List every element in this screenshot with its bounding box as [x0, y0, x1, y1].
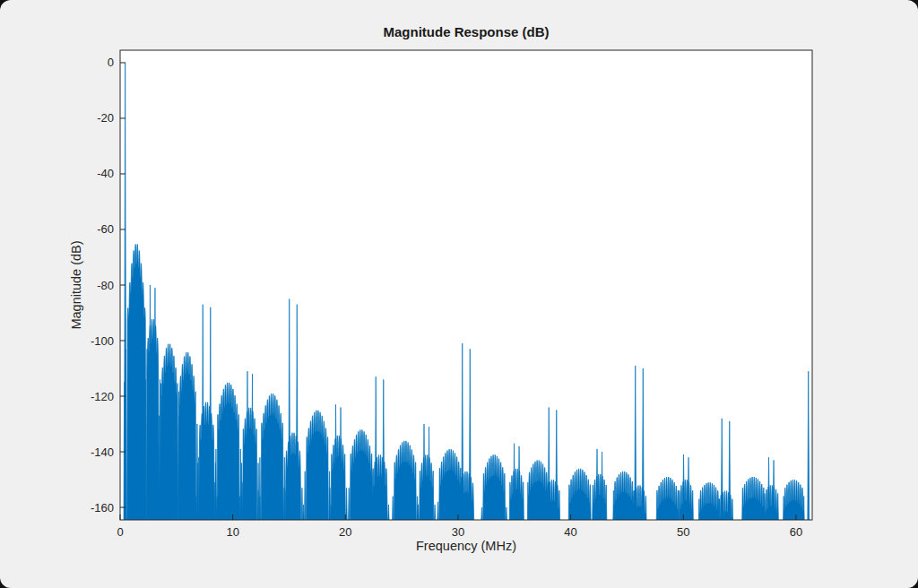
y-tick-label: -140: [91, 445, 114, 459]
magnitude-response-plot: 01020304050600-20-40-60-80-100-120-140-1…: [0, 0, 918, 588]
x-tick-label: 10: [226, 525, 238, 539]
x-tick-label: 30: [452, 525, 464, 539]
y-tick-label: -40: [97, 167, 114, 180]
y-tick-label: -20: [97, 111, 114, 125]
y-tick-label: -100: [91, 334, 114, 348]
y-axis-label: Magnitude (dB): [69, 240, 83, 329]
x-tick-label: 0: [117, 525, 123, 539]
y-tick-label: -60: [97, 222, 114, 236]
x-axis-label: Frequency (MHz): [416, 539, 516, 553]
y-tick-label: -120: [91, 390, 114, 403]
x-tick-label: 20: [339, 525, 351, 539]
matlab-figure-window: 01020304050600-20-40-60-80-100-120-140-1…: [0, 0, 918, 588]
y-tick-label: 0: [108, 56, 114, 69]
x-tick-label: 50: [677, 525, 689, 539]
x-tick-label: 40: [564, 525, 576, 539]
y-tick-label: -160: [91, 501, 114, 514]
y-tick-label: -80: [97, 279, 114, 292]
plot-title: Magnitude Response (dB): [383, 24, 549, 39]
plot-generated-layers: 01020304050600-20-40-60-80-100-120-140-1…: [91, 50, 817, 539]
x-tick-label: 60: [790, 525, 802, 539]
